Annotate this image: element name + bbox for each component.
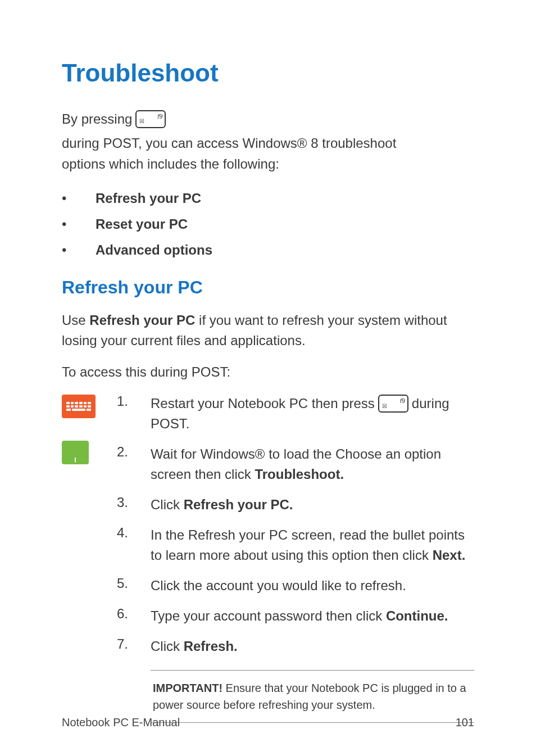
step-number: 7. <box>117 636 151 657</box>
option-item: • Advanced options <box>62 242 474 258</box>
steps-list: 1. Restart your Notebook PC then press f… <box>117 393 474 723</box>
step-bold: Next. <box>433 547 466 563</box>
step-item: 6. Type your account password then click… <box>117 606 474 626</box>
step-text: Restart your Notebook PC then press <box>151 393 375 414</box>
intro-suffix1: during POST, you can access Windows® 8 t… <box>62 133 396 153</box>
step-bold: Refresh your PC. <box>184 497 293 512</box>
bullet-dot: • <box>62 216 96 232</box>
step-number: 3. <box>117 495 151 515</box>
bullet-dot: • <box>62 242 96 258</box>
f9-key-icon: f9 ☒ <box>378 395 408 413</box>
step-number: 2. <box>117 444 151 485</box>
intro-line2: options which includes the following: <box>62 153 474 174</box>
option-item: • Refresh your PC <box>62 191 474 206</box>
footer-page-number: 101 <box>456 716 474 729</box>
step-bold: Refresh. <box>184 639 238 654</box>
step-bold: Troubleshoot. <box>255 467 344 482</box>
step-text: Click <box>151 639 184 654</box>
step-item: 4. In the Refresh your PC screen, read t… <box>117 525 474 565</box>
step-number: 5. <box>117 576 151 596</box>
step-number: 4. <box>117 525 151 565</box>
step-number: 1. <box>117 393 151 434</box>
note-bold: IMPORTANT! <box>153 682 222 694</box>
section-paragraph: Use Refresh your PC if you want to refre… <box>62 310 474 351</box>
step-item: 5. Click the account you would like to r… <box>117 576 474 596</box>
step-text: during <box>412 393 449 414</box>
step-text: POST. <box>151 414 474 434</box>
option-item: • Reset your PC <box>62 216 474 232</box>
option-label: Reset your PC <box>96 216 188 232</box>
intro-paragraph: By pressing f9 ☒ during POST, you can ac… <box>62 108 474 175</box>
step-item: 7. Click Refresh. <box>117 636 474 657</box>
step-number: 6. <box>117 606 151 626</box>
page-title: Troubleshoot <box>62 59 474 87</box>
bullet-dot: • <box>62 191 96 206</box>
key-sub-icon: ☒ <box>139 117 144 126</box>
f9-key-icon: f9 ☒ <box>135 110 166 128</box>
step-item: 3. Click Refresh your PC. <box>117 495 474 515</box>
monitor-icon <box>62 441 89 464</box>
intro-prefix: By pressing <box>62 108 132 129</box>
access-line: To access this during POST: <box>62 362 474 382</box>
key-label: f9 <box>400 396 405 406</box>
para-bold: Refresh your PC <box>89 313 195 328</box>
important-note: IMPORTANT! Ensure that your Notebook PC … <box>151 670 474 723</box>
step-text: In the Refresh your PC screen, read the … <box>151 527 465 563</box>
para-pre: Use <box>62 313 89 328</box>
option-label: Refresh your PC <box>96 191 201 206</box>
page-footer: Notebook PC E-Manual 101 <box>62 716 474 729</box>
key-label: f9 <box>157 112 162 121</box>
footer-left: Notebook PC E-Manual <box>62 716 180 729</box>
step-text: Click <box>151 497 184 512</box>
options-list: • Refresh your PC • Reset your PC • Adva… <box>62 191 474 258</box>
keyboard-icon <box>62 395 96 418</box>
key-sub-icon: ☒ <box>382 402 387 410</box>
step-item: 1. Restart your Notebook PC then press f… <box>117 393 474 434</box>
step-text: Click the account you would like to refr… <box>151 578 406 593</box>
step-bold: Continue. <box>386 608 448 623</box>
option-label: Advanced options <box>96 242 212 258</box>
step-text: Type your account password then click <box>151 608 386 623</box>
section-heading: Refresh your PC <box>62 277 474 298</box>
step-item: 2. Wait for Windows® to load the Choose … <box>117 444 474 485</box>
